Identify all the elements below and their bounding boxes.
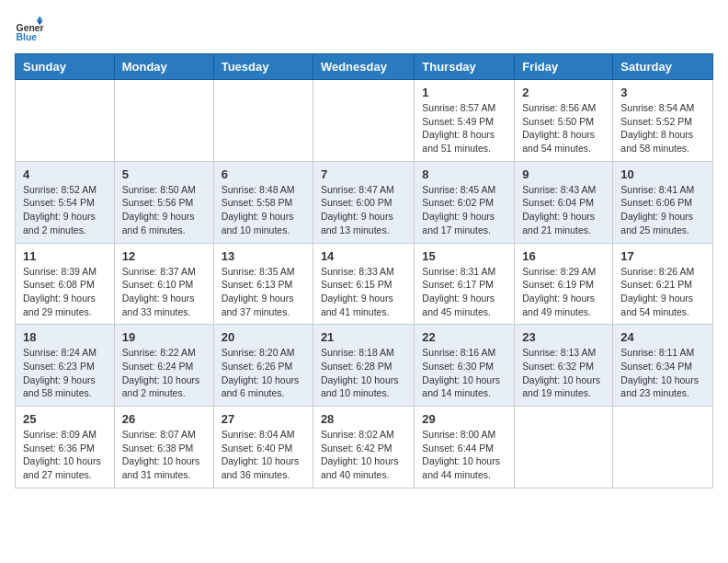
day-info: Sunrise: 8:09 AM Sunset: 6:36 PM Dayligh… (23, 428, 107, 482)
calendar-cell (515, 407, 613, 488)
calendar-cell: 1Sunrise: 8:57 AM Sunset: 5:49 PM Daylig… (415, 80, 515, 162)
day-info: Sunrise: 8:16 AM Sunset: 6:30 PM Dayligh… (422, 346, 506, 400)
day-info: Sunrise: 8:31 AM Sunset: 6:17 PM Dayligh… (422, 265, 506, 319)
day-number: 3 (620, 86, 705, 99)
calendar-cell: 5Sunrise: 8:50 AM Sunset: 5:56 PM Daylig… (114, 161, 213, 243)
calendar-cell (613, 407, 713, 488)
day-info: Sunrise: 8:54 AM Sunset: 5:52 PM Dayligh… (620, 101, 705, 155)
calendar-cell: 4Sunrise: 8:52 AM Sunset: 5:54 PM Daylig… (16, 161, 115, 243)
column-header-friday: Friday (515, 54, 613, 80)
day-info: Sunrise: 8:37 AM Sunset: 6:10 PM Dayligh… (122, 265, 206, 319)
calendar-cell: 28Sunrise: 8:02 AM Sunset: 6:42 PM Dayli… (313, 407, 414, 488)
calendar-cell: 10Sunrise: 8:41 AM Sunset: 6:06 PM Dayli… (613, 161, 713, 243)
week-row-3: 11Sunrise: 8:39 AM Sunset: 6:08 PM Dayli… (16, 243, 713, 325)
column-header-thursday: Thursday (415, 54, 515, 80)
calendar-cell (16, 80, 115, 162)
day-number: 25 (23, 412, 107, 426)
svg-marker-2 (37, 17, 42, 21)
day-info: Sunrise: 8:43 AM Sunset: 6:04 PM Dayligh… (522, 183, 605, 237)
day-info: Sunrise: 8:20 AM Sunset: 6:26 PM Dayligh… (222, 346, 305, 400)
svg-text:Blue: Blue (17, 32, 38, 42)
calendar-cell: 8Sunrise: 8:45 AM Sunset: 6:02 PM Daylig… (415, 161, 515, 243)
calendar-table: SundayMondayTuesdayWednesdayThursdayFrid… (15, 53, 713, 488)
calendar-cell: 24Sunrise: 8:11 AM Sunset: 6:34 PM Dayli… (613, 325, 713, 407)
day-info: Sunrise: 8:26 AM Sunset: 6:21 PM Dayligh… (620, 265, 705, 319)
day-number: 1 (422, 86, 506, 99)
day-number: 13 (222, 249, 305, 263)
header: General Blue (15, 15, 713, 44)
day-number: 4 (23, 167, 107, 181)
calendar-cell: 16Sunrise: 8:29 AM Sunset: 6:19 PM Dayli… (515, 243, 613, 325)
day-number: 22 (422, 330, 506, 344)
day-number: 28 (321, 412, 406, 426)
week-row-5: 25Sunrise: 8:09 AM Sunset: 6:36 PM Dayli… (16, 407, 713, 488)
week-row-4: 18Sunrise: 8:24 AM Sunset: 6:23 PM Dayli… (16, 325, 713, 407)
day-info: Sunrise: 8:00 AM Sunset: 6:44 PM Dayligh… (422, 428, 506, 482)
day-info: Sunrise: 8:56 AM Sunset: 5:50 PM Dayligh… (522, 101, 605, 155)
day-info: Sunrise: 8:04 AM Sunset: 6:40 PM Dayligh… (222, 428, 305, 482)
day-info: Sunrise: 8:57 AM Sunset: 5:49 PM Dayligh… (422, 101, 506, 155)
week-row-2: 4Sunrise: 8:52 AM Sunset: 5:54 PM Daylig… (16, 161, 713, 243)
day-number: 16 (522, 249, 605, 263)
calendar-cell: 2Sunrise: 8:56 AM Sunset: 5:50 PM Daylig… (515, 80, 613, 162)
day-number: 29 (422, 412, 506, 426)
day-info: Sunrise: 8:11 AM Sunset: 6:34 PM Dayligh… (620, 346, 705, 400)
day-number: 20 (222, 330, 305, 344)
day-info: Sunrise: 8:52 AM Sunset: 5:54 PM Dayligh… (23, 183, 107, 237)
column-header-tuesday: Tuesday (213, 54, 313, 80)
day-number: 18 (23, 330, 107, 344)
day-info: Sunrise: 8:07 AM Sunset: 6:38 PM Dayligh… (122, 428, 206, 482)
day-number: 26 (122, 412, 206, 426)
day-info: Sunrise: 8:33 AM Sunset: 6:15 PM Dayligh… (321, 265, 406, 319)
calendar-cell: 27Sunrise: 8:04 AM Sunset: 6:40 PM Dayli… (213, 407, 313, 488)
calendar-cell: 26Sunrise: 8:07 AM Sunset: 6:38 PM Dayli… (114, 407, 213, 488)
calendar-cell: 22Sunrise: 8:16 AM Sunset: 6:30 PM Dayli… (415, 325, 515, 407)
day-info: Sunrise: 8:13 AM Sunset: 6:32 PM Dayligh… (522, 346, 605, 400)
day-info: Sunrise: 8:41 AM Sunset: 6:06 PM Dayligh… (620, 183, 705, 237)
day-number: 10 (620, 167, 705, 181)
calendar-cell: 13Sunrise: 8:35 AM Sunset: 6:13 PM Dayli… (213, 243, 313, 325)
day-info: Sunrise: 8:39 AM Sunset: 6:08 PM Dayligh… (23, 265, 107, 319)
day-number: 14 (321, 249, 406, 263)
day-number: 2 (522, 86, 605, 99)
day-info: Sunrise: 8:50 AM Sunset: 5:56 PM Dayligh… (122, 183, 206, 237)
column-header-saturday: Saturday (613, 54, 713, 80)
calendar-cell: 3Sunrise: 8:54 AM Sunset: 5:52 PM Daylig… (613, 80, 713, 162)
calendar-cell (313, 80, 414, 162)
calendar-cell: 15Sunrise: 8:31 AM Sunset: 6:17 PM Dayli… (415, 243, 515, 325)
day-info: Sunrise: 8:47 AM Sunset: 6:00 PM Dayligh… (321, 183, 406, 237)
day-info: Sunrise: 8:29 AM Sunset: 6:19 PM Dayligh… (522, 265, 605, 319)
calendar-cell: 11Sunrise: 8:39 AM Sunset: 6:08 PM Dayli… (16, 243, 115, 325)
day-info: Sunrise: 8:45 AM Sunset: 6:02 PM Dayligh… (422, 183, 506, 237)
day-number: 21 (321, 330, 406, 344)
calendar-cell: 17Sunrise: 8:26 AM Sunset: 6:21 PM Dayli… (613, 243, 713, 325)
day-number: 5 (122, 167, 206, 181)
calendar-cell: 23Sunrise: 8:13 AM Sunset: 6:32 PM Dayli… (515, 325, 613, 407)
header-row: SundayMondayTuesdayWednesdayThursdayFrid… (16, 54, 713, 80)
day-info: Sunrise: 8:35 AM Sunset: 6:13 PM Dayligh… (222, 265, 305, 319)
calendar-cell (213, 80, 313, 162)
calendar-cell: 7Sunrise: 8:47 AM Sunset: 6:00 PM Daylig… (313, 161, 414, 243)
day-number: 27 (222, 412, 305, 426)
logo-icon: General Blue (15, 15, 44, 44)
day-number: 19 (122, 330, 206, 344)
calendar-cell: 20Sunrise: 8:20 AM Sunset: 6:26 PM Dayli… (213, 325, 313, 407)
day-info: Sunrise: 8:18 AM Sunset: 6:28 PM Dayligh… (321, 346, 406, 400)
calendar-cell (114, 80, 213, 162)
logo: General Blue (15, 15, 44, 44)
calendar-cell: 19Sunrise: 8:22 AM Sunset: 6:24 PM Dayli… (114, 325, 213, 407)
day-number: 6 (222, 167, 305, 181)
day-number: 11 (23, 249, 107, 263)
calendar-cell: 9Sunrise: 8:43 AM Sunset: 6:04 PM Daylig… (515, 161, 613, 243)
column-header-wednesday: Wednesday (313, 54, 414, 80)
day-number: 8 (422, 167, 506, 181)
day-info: Sunrise: 8:22 AM Sunset: 6:24 PM Dayligh… (122, 346, 206, 400)
day-info: Sunrise: 8:02 AM Sunset: 6:42 PM Dayligh… (321, 428, 406, 482)
day-number: 9 (522, 167, 605, 181)
calendar-cell: 14Sunrise: 8:33 AM Sunset: 6:15 PM Dayli… (313, 243, 414, 325)
column-header-sunday: Sunday (16, 54, 115, 80)
calendar-cell: 18Sunrise: 8:24 AM Sunset: 6:23 PM Dayli… (16, 325, 115, 407)
day-number: 24 (620, 330, 705, 344)
day-number: 17 (620, 249, 705, 263)
calendar-cell: 29Sunrise: 8:00 AM Sunset: 6:44 PM Dayli… (415, 407, 515, 488)
